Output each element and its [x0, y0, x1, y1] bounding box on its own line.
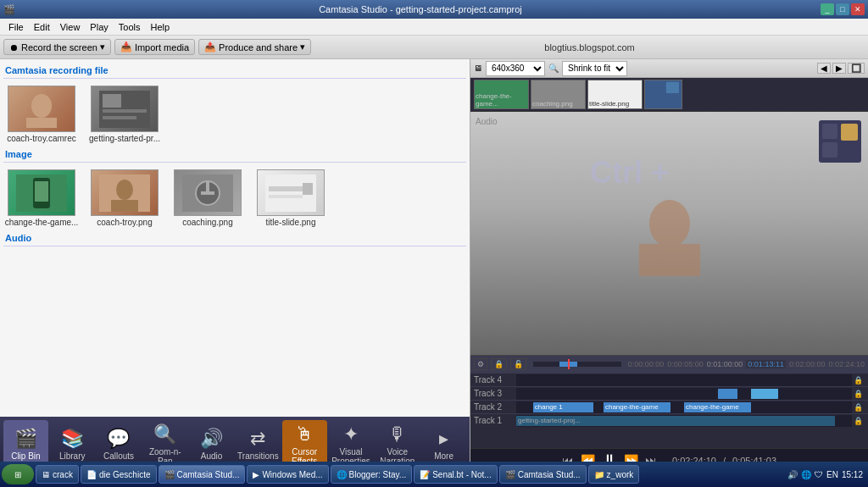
preview-btn-1[interactable]: ◀	[817, 63, 831, 74]
tl-tool-btn-1[interactable]: ⚙	[474, 358, 487, 370]
list-item[interactable]: getting-started-pr...	[86, 86, 163, 143]
thumb-coach-png	[91, 169, 159, 216]
menu-view[interactable]: View	[55, 20, 86, 34]
media-label: coaching.png	[182, 218, 233, 227]
thumb-change-game	[8, 169, 75, 216]
taskbar-item-die-geschicte[interactable]: 📄 die Geschicte	[81, 465, 157, 484]
main-toolbar: ⏺ Record the screen ▾ 📥 Import media 📤 P…	[0, 36, 868, 59]
media-content: Camtasia recording file coach-troy.camre…	[0, 59, 470, 253]
produce-dropdown-icon: ▾	[300, 42, 305, 53]
right-track-2: Track 2 change 1 change-the-game change-…	[470, 400, 868, 413]
taskbar-icon: 📄	[86, 470, 97, 479]
window-title: Camtasia Studio - getting-started-projec…	[20, 4, 821, 14]
fit-select[interactable]: Shrink to fit 100% 50%	[562, 61, 627, 76]
tray-lang: EN	[826, 470, 838, 479]
preview-thumb-row: change-the-game... coaching.png title-sl…	[470, 78, 868, 112]
right-mini-timeline: ⚙ 🔒 🔓 0:00:00:00 0:00:05:00 0:01:00:00 0…	[470, 355, 868, 448]
zoom-icon: 🔍	[153, 423, 176, 445]
right-panel: 🖥 640x360 320x180 1280x720 🔍 Shrink to f…	[470, 59, 868, 472]
right-track-1: Track 1 getting-started-proj... 🔒	[470, 413, 868, 427]
menu-help[interactable]: Help	[145, 20, 175, 34]
preview-thumb-4[interactable]	[644, 80, 682, 109]
svg-rect-26	[841, 124, 858, 141]
preview-size-select[interactable]: 640x360 320x180 1280x720	[486, 61, 545, 76]
maximize-button[interactable]: □	[836, 3, 849, 15]
taskbar-tray: 🔊 🌐 🛡 EN 15:12	[784, 470, 866, 479]
svg-rect-1	[26, 118, 57, 128]
import-media-button[interactable]: 📥 Import media	[114, 39, 195, 55]
produce-icon: 📤	[204, 42, 216, 53]
taskbar-item-senal[interactable]: 📝 Senal.bt - Not...	[414, 465, 497, 484]
taskbar-item-windows-media[interactable]: ▶ Windows Med...	[247, 465, 328, 484]
callouts-icon: 💬	[107, 428, 130, 450]
media-label: change-the-game...	[5, 218, 79, 227]
preview-thumb-1[interactable]: change-the-game...	[474, 80, 529, 109]
audio-icon: 🔊	[200, 428, 223, 450]
menu-edit[interactable]: Edit	[29, 20, 55, 34]
cursor-icon: 🖱	[295, 423, 314, 445]
preview-btn-3[interactable]: 🔲	[848, 63, 865, 74]
minimize-button[interactable]: _	[821, 3, 834, 15]
app-icon: 🎬	[3, 4, 15, 15]
import-icon: 📥	[120, 42, 132, 53]
record-icon: ⏺	[9, 42, 19, 53]
preview-tools	[819, 120, 861, 164]
produce-share-button[interactable]: 📤 Produce and share ▾	[198, 39, 311, 55]
audio-section-title: Audio	[3, 230, 466, 246]
media-browser: Camtasia recording file coach-troy.camre…	[0, 59, 470, 417]
audio-label: Audio	[476, 117, 498, 126]
dropdown-arrow-icon: ▾	[100, 42, 105, 53]
window-controls: _ □ ✕	[821, 3, 865, 15]
start-button[interactable]: ⊞	[2, 464, 34, 484]
taskbar-item-camtasia-1[interactable]: 🎬 Camtasia Stud...	[159, 465, 246, 484]
library-icon: 📚	[61, 428, 84, 450]
right-track-3: Track 3 🔒	[470, 386, 868, 400]
track-2-lock[interactable]: 🔒	[852, 403, 865, 412]
menu-tools[interactable]: Tools	[114, 20, 146, 34]
menu-play[interactable]: Play	[85, 20, 113, 34]
preview-thumb-3[interactable]: title-slide.png	[587, 80, 643, 109]
track-1-lock[interactable]: 🔒	[852, 417, 865, 425]
svg-rect-4	[103, 109, 147, 113]
taskbar-icon: 🖥	[42, 470, 50, 479]
taskbar-item-blogger[interactable]: 🌐 Blogger: Stay...	[331, 465, 413, 484]
thumb-getting-started	[91, 86, 159, 132]
preview-empty	[684, 80, 865, 109]
voice-icon: 🎙	[388, 423, 407, 445]
tray-icon-1: 🔊	[787, 470, 798, 479]
svg-rect-27	[822, 142, 837, 158]
tl-tool-btn-3[interactable]: 🔓	[510, 358, 526, 370]
menu-file[interactable]: File	[3, 20, 29, 34]
track-3-lock[interactable]: 🔒	[852, 390, 865, 398]
svg-point-22	[649, 200, 690, 247]
preview-thumb-2[interactable]: coaching.png	[531, 80, 586, 109]
taskbar-item-zwork[interactable]: 📁 z_work	[588, 465, 640, 484]
svg-rect-23	[639, 244, 700, 276]
media-label: getting-started-pr...	[89, 134, 160, 143]
tray-time: 15:12	[842, 470, 863, 479]
svg-point-0	[31, 94, 52, 118]
list-item[interactable]: change-the-game...	[3, 169, 80, 227]
start-icon: ⊞	[14, 470, 21, 479]
close-button[interactable]: ✕	[851, 3, 865, 15]
list-item[interactable]: title-slide.png	[253, 169, 329, 227]
tray-icon-2: 🌐	[801, 470, 811, 479]
list-item[interactable]: coach-troy.png	[86, 169, 163, 227]
taskbar-item-crack[interactable]: 🖥 crack	[36, 465, 79, 484]
list-item[interactable]: coaching.png	[170, 169, 246, 227]
record-screen-button[interactable]: ⏺ Record the screen ▾	[3, 39, 111, 55]
list-item[interactable]: coach-troy.camrec	[3, 86, 80, 143]
thumb-coach-camrec	[8, 86, 75, 132]
taskbar-icon: 🌐	[337, 470, 347, 479]
media-label: title-slide.png	[266, 218, 316, 227]
more-icon: ▸	[439, 428, 448, 450]
title-bar: 🎬 Camtasia Studio - getting-started-proj…	[0, 0, 868, 19]
track-4-lock[interactable]: 🔒	[852, 376, 865, 385]
image-files-grid: change-the-game... coach-troy.png coachi…	[3, 166, 466, 230]
taskbar-item-camtasia-2[interactable]: 🎬 Camtasia Stud...	[499, 465, 587, 484]
preview-btn-2[interactable]: ▶	[832, 63, 846, 74]
menu-bar: File Edit View Play Tools Help	[0, 19, 868, 36]
taskbar: ⊞ 🖥 crack 📄 die Geschicte 🎬 Camtasia Stu…	[0, 462, 868, 487]
tl-tool-btn-2[interactable]: 🔒	[491, 358, 507, 370]
preview-area: Ctrl + Audio	[470, 112, 868, 355]
